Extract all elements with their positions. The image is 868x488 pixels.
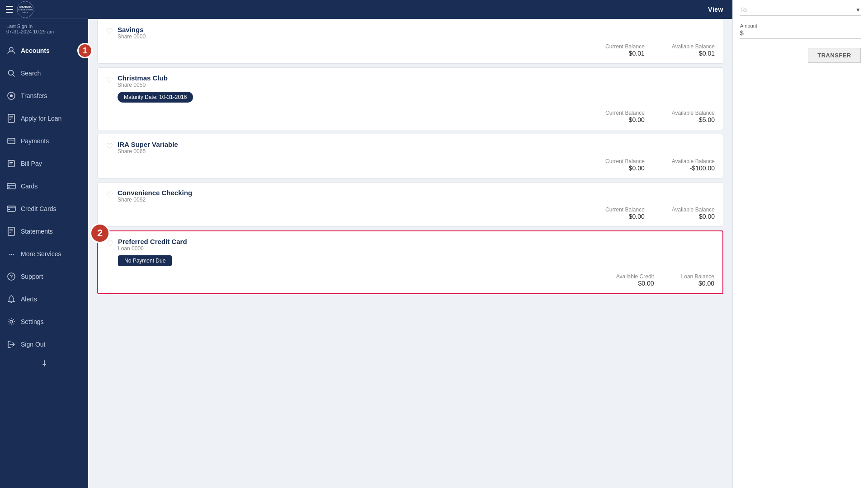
svg-point-31 <box>10 320 13 323</box>
account-sub-christmas-club: Share 0050 <box>118 82 193 88</box>
view-label: View <box>708 6 723 13</box>
sidebar-header: ☰ PASADENA FEDERAL CREDIT UNION <box>0 0 88 19</box>
svg-text:FEDERAL CREDIT: FEDERAL CREDIT <box>18 9 33 11</box>
sidebar-item-credit-cards[interactable]: Credit Cards <box>0 197 88 220</box>
search-icon <box>6 68 16 78</box>
sidebar-item-search[interactable]: Search <box>0 62 88 84</box>
sidebar-item-label-statements: Statements <box>21 228 53 235</box>
sidebar-item-payments[interactable]: Payments <box>0 130 88 152</box>
transfer-section: To ▼ Amount $ TRANSFER <box>740 5 861 39</box>
sidebar-item-transfers[interactable]: Transfers <box>0 84 88 107</box>
sidebar-item-label-cards: Cards <box>21 183 38 190</box>
current-balance-savings: Current Balance $0.01 <box>605 43 645 57</box>
favorite-icon-christmas-club[interactable]: ♡ <box>106 75 113 85</box>
account-sub-savings: Share 0000 <box>118 33 146 40</box>
no-payment-badge: No Payment Due <box>118 255 172 266</box>
account-sub-checking: Share 0092 <box>118 197 192 203</box>
favorite-icon-savings[interactable]: ♡ <box>106 27 113 37</box>
sidebar-item-settings[interactable]: Settings <box>0 310 88 333</box>
settings-icon <box>6 317 16 327</box>
more-services-icon: ··· <box>6 249 16 259</box>
last-signin: Last Sign In 07-31-2024 10:29 am <box>0 19 88 39</box>
favorite-icon-preferred-credit[interactable]: ♡ <box>106 239 113 249</box>
sidebar-item-more-services[interactable]: ··· More Services <box>0 243 88 265</box>
support-icon: ? <box>6 272 16 282</box>
account-name-checking: Convenience Checking <box>118 189 192 197</box>
svg-rect-21 <box>7 206 15 211</box>
sidebar-item-label-more-services: More Services <box>21 250 61 258</box>
sidebar-item-bill-pay[interactable]: Bill Pay <box>0 152 88 175</box>
svg-rect-13 <box>8 138 15 144</box>
sidebar-item-label-sign-out: Sign Out <box>21 341 45 348</box>
account-card-savings: ♡ Savings Share 0000 Current Balance $0.… <box>97 19 723 64</box>
last-signin-label: Last Sign In <box>6 23 82 29</box>
account-card-christmas-club: ♡ Christmas Club Share 0050 Maturity Dat… <box>97 67 723 130</box>
dollar-sign: $ <box>740 29 744 37</box>
logo-area: PASADENA FEDERAL CREDIT UNION <box>17 1 33 18</box>
svg-rect-18 <box>7 183 15 189</box>
favorite-icon-checking[interactable]: ♡ <box>106 190 113 200</box>
top-bar: View <box>88 0 732 19</box>
sidebar-item-apply-for-loan[interactable]: Apply for Loan <box>0 107 88 130</box>
accounts-icon <box>6 46 16 56</box>
account-sub-preferred-credit: Loan 0000 <box>118 245 187 252</box>
current-balance-checking: Current Balance $0.00 <box>605 206 645 220</box>
sidebar-item-label-accounts: Accounts <box>21 47 50 54</box>
credit-cards-icon <box>6 204 16 214</box>
sidebar-item-sign-out[interactable]: Sign Out <box>0 333 88 356</box>
sidebar-item-support[interactable]: ? Support <box>0 265 88 288</box>
sidebar-item-accounts[interactable]: Accounts 1 <box>0 39 88 62</box>
sidebar-item-statements[interactable]: Statements <box>0 220 88 243</box>
amount-label: Amount <box>740 23 861 28</box>
statements-icon <box>6 226 16 236</box>
sidebar-item-label-search: Search <box>21 70 41 77</box>
svg-text:PASADENA: PASADENA <box>19 5 32 8</box>
account-card-preferred-credit: 2 ♡ Preferred Credit Card Loan 0000 No P… <box>97 230 723 294</box>
transfer-button[interactable]: TRANSFER <box>808 48 861 63</box>
last-signin-date: 07-31-2024 10:29 am <box>6 29 82 34</box>
svg-point-8 <box>10 94 13 97</box>
account-card-checking: ♡ Convenience Checking Share 0092 Curren… <box>97 182 723 227</box>
svg-line-6 <box>13 75 14 76</box>
svg-rect-9 <box>8 114 14 122</box>
svg-rect-17 <box>9 164 12 164</box>
favorite-icon-ira[interactable]: ♡ <box>106 141 113 151</box>
svg-rect-33 <box>42 364 46 365</box>
sidebar-item-label-credit-cards: Credit Cards <box>21 205 57 212</box>
available-balance-ira: Available Balance -$100.00 <box>672 158 715 172</box>
current-balance-ira: Current Balance $0.00 <box>605 158 645 172</box>
current-balance-christmas-club: Current Balance $0.00 <box>605 110 645 123</box>
svg-rect-16 <box>9 162 13 163</box>
main-content: View ♡ Savings Share 0000 Current Balanc… <box>88 0 732 488</box>
alerts-icon <box>6 294 16 304</box>
maturity-badge-christmas-club: Maturity Date: 10-31-2016 <box>118 92 193 103</box>
svg-rect-23 <box>8 209 10 210</box>
account-name-ira: IRA Super Variable <box>118 141 178 148</box>
available-credit-preferred: Available Credit $0.00 <box>616 273 654 287</box>
available-balance-christmas-club: Available Balance -$5.00 <box>672 110 715 123</box>
account-card-ira: ♡ IRA Super Variable Share 0065 Current … <box>97 134 723 178</box>
transfers-icon <box>6 91 16 101</box>
scroll-indicator <box>0 356 88 371</box>
sign-out-icon <box>6 339 16 349</box>
amount-input[interactable] <box>745 29 861 37</box>
sidebar-item-alerts[interactable]: Alerts <box>0 288 88 310</box>
hamburger-icon[interactable]: ☰ <box>5 4 14 15</box>
sidebar-item-label-apply-for-loan: Apply for Loan <box>21 115 61 122</box>
loan-balance-preferred: Loan Balance $0.00 <box>681 273 714 287</box>
to-field-row: To ▼ <box>740 6 861 16</box>
svg-rect-20 <box>8 187 10 188</box>
sidebar-item-cards[interactable]: Cards <box>0 175 88 197</box>
logo-circle: PASADENA FEDERAL CREDIT UNION <box>17 1 33 18</box>
account-name-christmas-club: Christmas Club <box>118 74 193 82</box>
sidebar-item-label-payments: Payments <box>21 137 49 145</box>
svg-rect-24 <box>8 227 14 235</box>
cards-icon <box>6 181 16 191</box>
sidebar-item-label-transfers: Transfers <box>21 92 47 99</box>
to-label: To <box>740 6 747 14</box>
sidebar-item-label-alerts: Alerts <box>21 296 37 303</box>
to-dropdown-arrow[interactable]: ▼ <box>855 7 861 13</box>
amount-input-row: $ <box>740 29 861 39</box>
available-balance-savings: Available Balance $0.01 <box>672 43 715 57</box>
sidebar-item-label-settings: Settings <box>21 318 44 325</box>
